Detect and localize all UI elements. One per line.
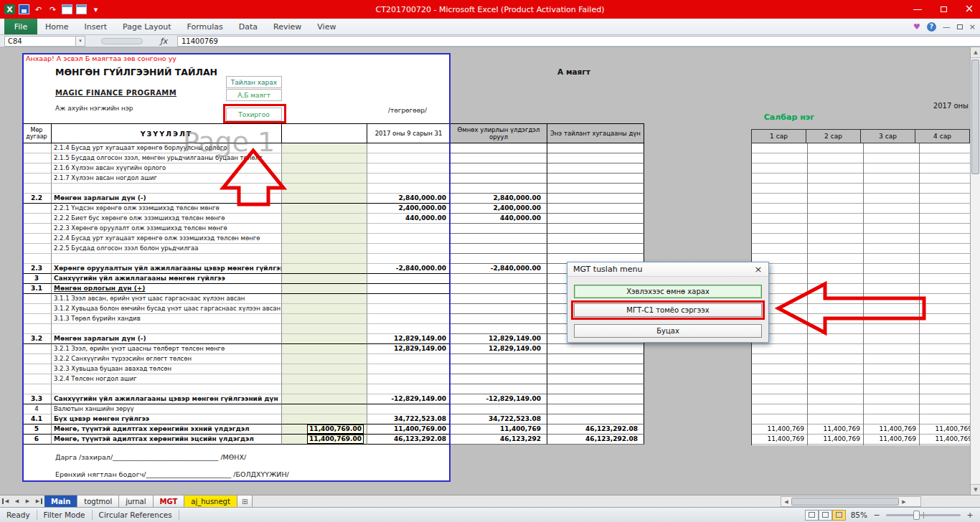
- row-label-cell[interactable]: Бүх цэвэр мөнгөн гүйлгээ: [52, 414, 282, 424]
- row-prev-cell[interactable]: 440,000.00: [451, 214, 547, 224]
- ribbon-tab[interactable]: Data: [231, 19, 265, 34]
- row-prev-cell[interactable]: [451, 244, 547, 254]
- row-number-cell[interactable]: [22, 294, 52, 304]
- row-label-cell[interactable]: Хөрөнгө оруулалтын үйл ажиллагааны цэвэр…: [52, 264, 282, 274]
- row-current-cell[interactable]: [547, 404, 644, 414]
- sheet-tab-aj-husnegt[interactable]: aj_husnegt: [184, 495, 237, 507]
- row-label-cell[interactable]: 3.2.1 Зээл, өрийн үнэт цаасны төлбөрт тө…: [52, 344, 282, 354]
- grid-tool-icon[interactable]: [76, 4, 87, 14]
- ribbon-tab[interactable]: Page Layout: [115, 19, 179, 34]
- row-prev-cell[interactable]: -12,829,149.00: [451, 394, 547, 404]
- next-sheet-icon[interactable]: ▶: [24, 498, 32, 504]
- row-opening-cell[interactable]: [282, 384, 367, 394]
- row-current-cell[interactable]: 46,123,292.08: [547, 435, 644, 445]
- row-prev-cell[interactable]: 46,123,292: [451, 435, 547, 445]
- row-number-cell[interactable]: [22, 204, 52, 214]
- ribbon-tab[interactable]: Insert: [76, 19, 115, 34]
- restore-window-icon[interactable]: [936, 4, 951, 14]
- row-opening-cell[interactable]: [282, 174, 367, 184]
- row-label-cell[interactable]: 2.2.5 Бусдад олгосон зээл болон урьдчилг…: [52, 244, 282, 254]
- name-box-dropdown-icon[interactable]: ▾: [76, 36, 85, 47]
- row-label-cell[interactable]: 2.2.4 Бусад урт хугацаат хөрөнгө олж эзэ…: [52, 234, 282, 244]
- row-number-cell[interactable]: 6: [22, 435, 52, 445]
- row-label-cell[interactable]: 2.2.2 Биет бус хөрөнгө олж эзэмшихэд төл…: [52, 214, 282, 224]
- row-opening-cell[interactable]: [282, 304, 367, 314]
- zoom-slider[interactable]: [886, 514, 961, 516]
- row-amount-cell[interactable]: [367, 244, 451, 254]
- ribbon-tab[interactable]: Review: [265, 19, 309, 34]
- row-current-cell[interactable]: [547, 204, 644, 214]
- row-prev-cell[interactable]: 12,829,149.00: [451, 344, 547, 354]
- table-tool-icon[interactable]: [62, 4, 72, 14]
- row-number-cell[interactable]: [22, 163, 52, 174]
- row-opening-cell[interactable]: [282, 214, 367, 224]
- row-label-cell[interactable]: 3.1.3 Төрөл бүрийн хандив: [52, 314, 282, 324]
- row-amount-cell[interactable]: [367, 304, 451, 314]
- row-label-cell[interactable]: 3.1.1 Зээл авсан, өрийн үнэт цаас гаргас…: [52, 294, 282, 304]
- row-label-cell[interactable]: [52, 384, 282, 394]
- row-current-cell[interactable]: [547, 394, 644, 404]
- row-amount-cell[interactable]: [367, 184, 451, 194]
- row-prev-cell[interactable]: [451, 274, 547, 284]
- restore-workbook-icon[interactable]: [957, 22, 963, 32]
- row-prev-cell[interactable]: 34,722,523.08: [451, 414, 547, 424]
- row-opening-cell[interactable]: [282, 204, 367, 214]
- row-prev-cell[interactable]: [451, 224, 547, 234]
- row-label-cell[interactable]: 2.2.1 Үндсэн хөрөнгө олж эзэмшихэд төлсө…: [52, 204, 282, 214]
- row-prev-cell[interactable]: [451, 163, 547, 174]
- row-opening-cell[interactable]: [282, 184, 367, 194]
- row-label-cell[interactable]: [52, 184, 282, 194]
- row-amount-cell[interactable]: -2,840,000.00: [367, 264, 451, 274]
- row-opening-cell[interactable]: [282, 294, 367, 304]
- minimize-window-icon[interactable]: —: [910, 4, 925, 14]
- row-amount-cell[interactable]: 440,000.00: [367, 214, 451, 224]
- sheet-tab-togtmol[interactable]: togtmol: [77, 495, 119, 507]
- row-opening-cell[interactable]: [282, 404, 367, 414]
- month-value-cell[interactable]: 11,400,769: [752, 424, 808, 435]
- row-amount-cell[interactable]: 46,123,292.08: [367, 435, 451, 445]
- row-current-cell[interactable]: [547, 354, 644, 364]
- row-prev-cell[interactable]: [451, 374, 547, 384]
- row-label-cell[interactable]: Мөнгөн зарлагын дүн (-): [52, 194, 282, 204]
- sheet-tab-jurnal[interactable]: jurnal: [119, 495, 153, 507]
- view-report-button[interactable]: Тайлан харах: [226, 76, 282, 88]
- row-opening-cell[interactable]: [282, 194, 367, 204]
- heart-icon[interactable]: ♥: [913, 22, 920, 32]
- sheet-tab-mgt[interactable]: MGT: [154, 495, 185, 507]
- row-number-cell[interactable]: [22, 224, 52, 234]
- row-opening-cell[interactable]: 11,400,769.00: [282, 435, 367, 445]
- row-prev-cell[interactable]: 2,840,000.00: [451, 194, 547, 204]
- row-opening-cell[interactable]: [282, 224, 367, 234]
- excel-logo-icon[interactable]: X: [4, 4, 15, 14]
- row-label-cell[interactable]: [52, 324, 282, 334]
- row-amount-cell[interactable]: [367, 224, 451, 234]
- row-current-cell[interactable]: 46,123,292.08: [547, 424, 644, 435]
- row-number-cell[interactable]: [22, 384, 52, 394]
- normal-view-icon[interactable]: [805, 510, 819, 521]
- row-label-cell[interactable]: Валютын ханшийн зөрүү: [52, 404, 282, 414]
- row-number-cell[interactable]: [22, 214, 52, 224]
- row-prev-cell[interactable]: [451, 153, 547, 163]
- row-prev-cell[interactable]: [451, 314, 547, 324]
- save-icon[interactable]: [19, 4, 29, 14]
- row-number-cell[interactable]: [22, 174, 52, 184]
- row-amount-cell[interactable]: [367, 153, 451, 163]
- horizontal-scrollbar[interactable]: ◀ ▶: [781, 496, 921, 507]
- row-opening-cell[interactable]: [282, 163, 367, 174]
- close-window-icon[interactable]: ×: [961, 2, 977, 15]
- row-label-cell[interactable]: 3.2.3 Хувьцаа буцаан авахад төлсөн: [52, 364, 282, 374]
- month-value-cell[interactable]: 11,400,769: [808, 424, 864, 435]
- first-sheet-icon[interactable]: ◀: [2, 498, 10, 504]
- row-label-cell[interactable]: 2.1.7 Хүлээн авсан ногдол ашиг: [52, 174, 282, 184]
- row-amount-cell[interactable]: [367, 143, 451, 153]
- row-amount-cell[interactable]: 11,400,769.00: [367, 424, 451, 435]
- row-current-cell[interactable]: [547, 364, 644, 374]
- row-amount-cell[interactable]: [367, 294, 451, 304]
- row-current-cell[interactable]: [547, 374, 644, 384]
- qat-dropdown-icon[interactable]: ▾: [90, 4, 101, 14]
- row-opening-cell[interactable]: [282, 414, 367, 424]
- row-label-cell[interactable]: Мөнгөн орлогын дүн (+): [52, 284, 282, 294]
- row-prev-cell[interactable]: [451, 254, 547, 264]
- row-number-cell[interactable]: [22, 314, 52, 324]
- print-preview-button[interactable]: Хэвлэхээс өмнө харах: [574, 285, 762, 298]
